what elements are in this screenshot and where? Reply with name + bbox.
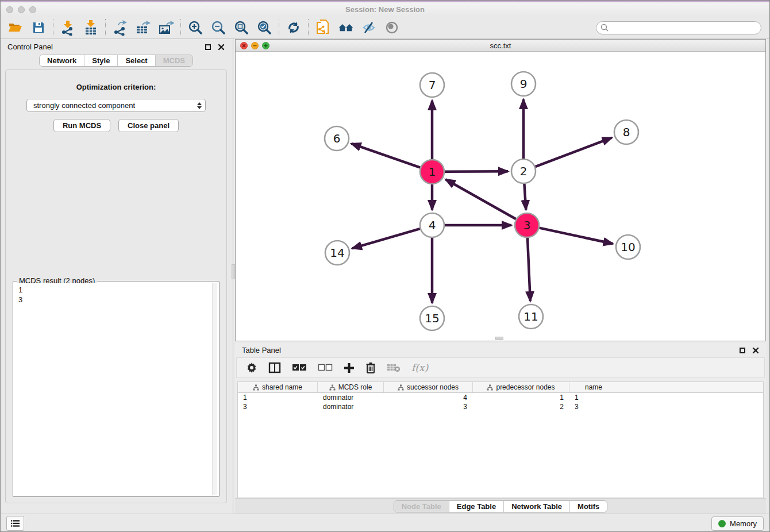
close-panel-button[interactable]: Close panel [118,119,179,132]
result-scrollbar[interactable] [212,283,217,495]
export-table-button[interactable] [132,18,155,37]
table-row[interactable]: 3dominator323 [238,402,763,411]
network-close-icon[interactable] [240,42,248,49]
select-all-checks-icon [292,364,307,372]
minimize-window-icon[interactable] [18,6,25,13]
table-panel: Table Panel [235,343,766,514]
tab-network[interactable]: Network [40,55,84,66]
mcds-result-text[interactable]: 13 [15,283,211,495]
table-cell[interactable]: 3 [238,402,318,411]
close-window-icon[interactable] [6,6,13,13]
table-cell[interactable]: dominator [318,393,384,402]
table-cell[interactable]: 1 [473,393,569,402]
table-cell[interactable]: 3 [384,402,473,411]
memory-button[interactable]: Memory [711,516,764,531]
graph-edge-2-8[interactable] [536,138,612,167]
criterion-selected-value: strongly connected component [33,101,135,110]
network-canvas[interactable]: 7968124314101511 [236,52,765,341]
network-minimize-icon[interactable] [251,42,259,49]
tab-node-table[interactable]: Node Table [394,501,449,512]
hide-others-button[interactable] [357,18,380,37]
delete-table-button[interactable] [387,363,401,372]
run-mcds-button[interactable]: Run MCDS [53,119,110,132]
import-table-button[interactable] [79,18,102,37]
table-tabs-bar: Node Table Edge Table Network Table Moti… [235,498,766,514]
delete-column-button[interactable] [365,362,376,373]
clone-network-button[interactable] [311,18,334,37]
graph-edge-4-14[interactable] [352,229,420,248]
table-cell[interactable]: 3 [569,402,618,411]
export-image-button[interactable] [155,18,178,37]
zoom-in-button[interactable] [184,18,207,37]
export-network-button[interactable] [109,18,132,37]
tab-select[interactable]: Select [118,55,155,66]
function-builder-button[interactable]: f(x) [411,362,428,373]
graph-edge-3-11[interactable] [528,238,530,301]
table-cell-filler [618,402,763,411]
tab-style[interactable]: Style [84,55,118,66]
task-history-button[interactable] [6,516,24,531]
network-resize-grip[interactable] [495,337,503,340]
criterion-select[interactable]: strongly connected component [26,99,206,112]
apply-layout-button[interactable] [282,18,305,37]
table-panel-title: Table Panel [242,346,281,354]
graph-node-label-10: 10 [621,240,635,254]
column-header-mcds-role[interactable]: MCDS role [318,382,384,392]
network-window-controls [240,42,270,49]
home-icon [338,21,354,34]
table-toolbar: f(x) [236,357,765,378]
status-bar: Memory [1,514,769,532]
network-graph: 7968124314101511 [236,52,767,342]
zoom-in-icon [188,20,203,35]
search-input[interactable] [596,21,761,34]
close-panel-icon[interactable] [218,44,225,51]
column-header-successor-nodes[interactable]: successor nodes [384,382,473,392]
column-header-name[interactable]: name [569,382,618,392]
tab-edge-table[interactable]: Edge Table [449,501,504,512]
table-cell[interactable]: 4 [384,393,473,402]
graph-edge-2-3[interactable] [524,184,526,210]
import-network-button[interactable] [56,18,79,37]
table-cell[interactable]: 1 [238,393,318,402]
network-maximize-icon[interactable] [262,42,270,49]
table-settings-button[interactable] [246,362,257,373]
deselect-all-columns-button[interactable] [318,364,333,372]
table-cell[interactable]: 2 [473,402,569,411]
mcds-result-group: MCDS result (2 nodes) 13 [13,281,220,497]
zoom-selected-icon [257,20,272,35]
show-all-button[interactable] [380,18,403,37]
column-header-shared-name[interactable]: shared name [238,382,318,392]
create-column-button[interactable] [344,363,355,373]
split-columns-button[interactable] [268,362,281,373]
save-session-button[interactable] [27,18,50,37]
table-cell[interactable]: 1 [569,393,618,402]
graph-edge-3-10[interactable] [540,228,613,244]
table-cell[interactable]: dominator [318,402,384,411]
column-header-predecessor-nodes[interactable]: predecessor nodes [473,382,569,392]
graph-edge-3-1[interactable] [446,179,516,219]
zoom-out-button[interactable] [207,18,230,37]
zoom-fit-button[interactable] [230,18,253,37]
maximize-window-icon[interactable] [29,6,36,13]
float-panel-icon[interactable] [205,44,211,50]
table-row[interactable]: 1dominator411 [238,393,763,402]
open-session-button[interactable] [4,18,27,37]
search-container [596,21,761,34]
graph-edge-1-6[interactable] [351,144,420,168]
tab-network-table[interactable]: Network Table [504,501,570,512]
column-type-icon [487,384,493,391]
home-button[interactable] [334,18,357,37]
graph-node-label-3: 3 [523,218,531,232]
gear-icon [246,362,257,373]
graph-node-label-6: 6 [333,132,341,145]
tab-mcds[interactable]: MCDS [156,55,192,66]
import-table-icon [83,20,98,36]
select-all-columns-button[interactable] [292,364,307,372]
zoom-selected-button[interactable] [253,18,276,37]
table-close-panel-icon[interactable] [752,347,759,354]
split-columns-icon [268,362,281,373]
table-float-panel-icon[interactable] [740,348,745,353]
graph-node-label-4: 4 [429,218,436,232]
tab-motifs[interactable]: Motifs [570,501,607,512]
graph-edge-1-2[interactable] [445,171,508,172]
